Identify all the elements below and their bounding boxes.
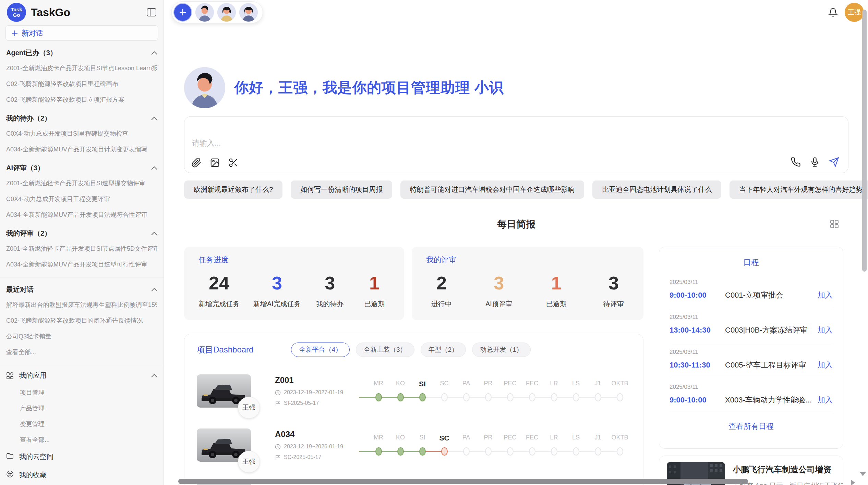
milestone-labels: MRKOSISCPAPRPECFECLRLSJ1OKTB xyxy=(367,434,631,442)
stat-card: 我的评审 2 进行中 3 AI预评审 1 已逾期 3 待评审 xyxy=(412,247,643,320)
stat: 1 已逾期 xyxy=(359,273,390,309)
section-title: 我的评审（2） xyxy=(6,229,51,238)
sidebar-task-item[interactable]: C02-飞腾新能源轻客改款项目里程碑画布 xyxy=(6,76,157,92)
notification-bell-icon[interactable] xyxy=(828,8,838,17)
sidebar-task-item[interactable]: C0X4-动力总成开发项目工程变更评审 xyxy=(6,191,157,207)
sidebar-task-item[interactable]: Z001-全新燃油轻卡产品开发项目SI造型提交物评审 xyxy=(6,175,157,191)
member-avatar[interactable] xyxy=(217,3,236,22)
main-area: 王强 你好，王强，我是你的项目管理助理 小识 请输入... 欧洲新规最近颁布了什… xyxy=(164,0,868,485)
sidebar-app-item[interactable]: 变更管理 xyxy=(20,416,157,432)
project-row[interactable]: 王强 A034 2023-12-19~2026-01-19 SC-2025-05… xyxy=(197,419,631,471)
phone-call-icon[interactable] xyxy=(791,157,801,167)
recent-chat-item[interactable]: C02-飞腾新能源轻客改款项目的闭环通告反馈情况 xyxy=(6,313,157,328)
recent-section-header[interactable]: 最近对话 xyxy=(6,279,157,297)
section-header[interactable]: 我的评审（2） xyxy=(6,223,157,241)
sidebar-app-item[interactable]: 项目管理 xyxy=(20,385,157,400)
apps-view-all[interactable]: 查看全部... xyxy=(20,432,157,448)
chevron-up-icon xyxy=(151,232,157,235)
milestone-node xyxy=(617,393,623,401)
sidebar-task-item[interactable]: Z001-全新燃油轻卡产品开发项目SI节点属性5D文件评审 xyxy=(6,241,157,257)
sidebar-task-item[interactable]: A034-全新新能源MUV产品开发项目造型可行性评审 xyxy=(6,257,157,272)
project-row[interactable]: 王强 Z001 2023-12-19~2027-01-19 SI-2025-05… xyxy=(197,365,631,416)
section-header[interactable]: Agent已办（3） xyxy=(6,42,157,60)
schedule-join-link[interactable]: 加入 xyxy=(818,325,833,335)
my-apps-header[interactable]: 我的应用 xyxy=(6,366,157,385)
sidebar-task-item[interactable]: A034-全新新能源MUV产品开发项目法规符合性评审 xyxy=(6,207,157,223)
dashboard-filter-chip[interactable]: 全新平台（4） xyxy=(291,343,350,357)
project-next-milestone: SI-2025-05-17 xyxy=(275,400,361,406)
project-vehicle-photo: 王强 xyxy=(197,374,251,408)
schedule-item[interactable]: 2025/03/11 9:00-10:00 C001-立项审批会 加入 xyxy=(670,273,833,308)
sidebar-task-item[interactable]: Z001-全新燃油皮卡产品开发项目SI节点Lesson Learn报告 xyxy=(6,60,157,76)
milestone-label: LS xyxy=(565,380,587,388)
dashboard-filter-chip[interactable]: 动总开发（1） xyxy=(472,343,531,357)
app-logo: Task Go xyxy=(7,3,26,22)
sidebar-task-item[interactable]: C02-飞腾新能源轻客改款项目立项汇报方案 xyxy=(6,92,157,108)
project-owner-badge: 王强 xyxy=(238,451,260,473)
microphone-icon[interactable] xyxy=(810,157,820,167)
new-chat-button[interactable]: 新对话 xyxy=(5,25,158,41)
recent-view-all[interactable]: 查看全部... xyxy=(6,344,157,360)
milestone-node xyxy=(595,393,601,401)
stat-label: 新增完成任务 xyxy=(198,299,240,309)
sidebar-app-item[interactable]: 产品管理 xyxy=(20,400,157,416)
assistant-avatar xyxy=(184,67,225,108)
apps-grid-icon xyxy=(6,372,14,380)
send-icon[interactable] xyxy=(829,157,839,167)
project-period: 2023-12-19~2027-01-19 xyxy=(275,389,361,396)
schedule-item[interactable]: 2025/03/11 9:00-10:00 X003-车辆动力学性能验... 加… xyxy=(670,378,833,413)
schedule-view-all[interactable]: 查看所有日程 xyxy=(670,421,833,432)
stat-value: 24 xyxy=(198,273,240,293)
milestone-node xyxy=(397,447,404,456)
section-header[interactable]: AI评审（3） xyxy=(6,157,157,175)
schedule-join-link[interactable]: 加入 xyxy=(818,290,833,300)
scroll-right-arrow[interactable] xyxy=(851,480,855,485)
sidebar-storage-link[interactable]: 我的收藏 xyxy=(6,466,157,484)
schedule-date: 2025/03/11 xyxy=(670,314,833,321)
chat-input[interactable]: 请输入... xyxy=(184,116,848,173)
suggestion-chip[interactable]: 当下年轻人对汽车外观有怎样的喜好趋势 xyxy=(730,181,868,199)
attachment-icon[interactable] xyxy=(191,158,202,168)
recent-chat-item[interactable]: 公司Q3轻卡销量 xyxy=(6,328,157,344)
member-avatar[interactable] xyxy=(239,3,258,22)
milestone-node xyxy=(441,447,448,456)
scissors-icon[interactable] xyxy=(228,158,239,168)
scroll-down-arrow[interactable] xyxy=(860,472,866,476)
sidebar-storage-link[interactable]: 我的云空间 xyxy=(6,448,157,466)
dashboard-filter-chip[interactable]: 年型（2） xyxy=(421,343,466,357)
milestone-label: FEC xyxy=(521,434,543,442)
stat-label: 我的待办 xyxy=(314,299,345,309)
milestone-node xyxy=(375,393,382,401)
schedule-item[interactable]: 2025/03/11 13:00-14:30 C003|H0B-方案冻结评审 加… xyxy=(670,308,833,343)
vertical-scrollbar-thumb[interactable] xyxy=(862,10,867,272)
dashboard-filter-chip[interactable]: 全新上装（3） xyxy=(356,343,414,357)
sidebar-task-item[interactable]: C0X4-动力总成开发项目SI里程碑提交物检查 xyxy=(6,126,157,141)
project-period-text: 2023-12-19~2026-01-19 xyxy=(284,444,343,450)
user-avatar[interactable]: 王强 xyxy=(845,3,864,22)
project-vehicle-photo: 王强 xyxy=(197,428,251,462)
suggestion-chip[interactable]: 欧洲新规最近颁布了什么? xyxy=(184,181,282,199)
stat-card-title: 我的评审 xyxy=(426,255,629,265)
schedule-item[interactable]: 2025/03/11 10:30-11:30 C005-整车工程目标评审 加入 xyxy=(670,343,833,378)
schedule-join-link[interactable]: 加入 xyxy=(818,395,833,405)
schedule-name: C005-整车工程目标评审 xyxy=(725,360,818,370)
news-snippet: 天眼查 App 显示，近日广州汇天飞行汽... xyxy=(733,481,843,485)
horizontal-scrollbar-thumb[interactable] xyxy=(178,479,748,484)
section-header[interactable]: 我的待办（2） xyxy=(6,108,157,126)
milestone-node xyxy=(529,393,535,401)
sidebar-task-item[interactable]: A034-全新新能源MUV产品开发项目计划变更表编写 xyxy=(6,141,157,157)
milestone-label: OKTB xyxy=(609,380,631,388)
layout-grid-icon[interactable] xyxy=(830,219,839,229)
suggestion-chip[interactable]: 如何写一份清晰的项目周报 xyxy=(291,181,392,199)
sidebar-collapse-icon[interactable] xyxy=(146,8,157,17)
add-member-button[interactable] xyxy=(173,3,192,22)
schedule-join-link[interactable]: 加入 xyxy=(818,360,833,370)
section-items: Z001-全新燃油轻卡产品开发项目SI节点属性5D文件评审A034-全新新能源M… xyxy=(6,241,157,272)
member-avatar[interactable] xyxy=(195,3,214,22)
suggestion-chip[interactable]: 比亚迪全固态电池计划具体说了什么 xyxy=(592,181,721,199)
suggestion-chip[interactable]: 特朗普可能对进口汽车增税会对中国车企造成哪些影响 xyxy=(400,181,584,199)
stat-label: 已逾期 xyxy=(541,299,572,309)
recent-chat-item[interactable]: 解释最新出台的欧盟报废车法规再生塑料比例被调至15%... xyxy=(6,297,157,313)
image-icon[interactable] xyxy=(210,158,220,168)
stat-value: 1 xyxy=(541,273,572,293)
